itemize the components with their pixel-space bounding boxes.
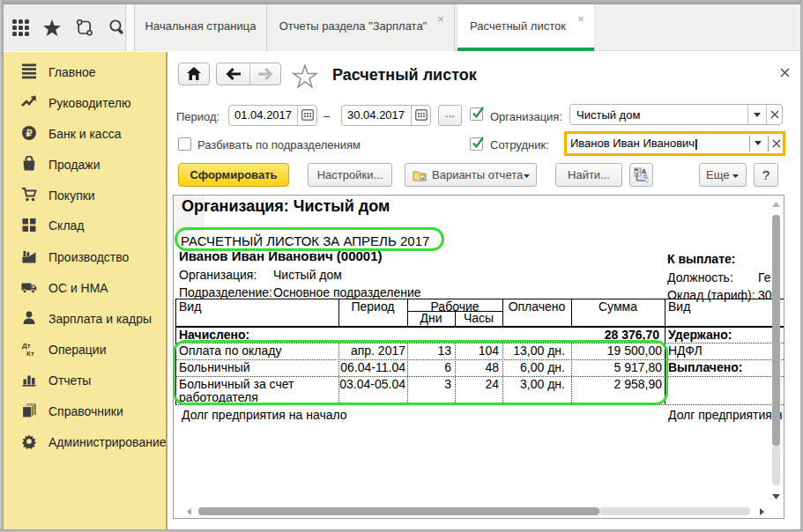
svg-text:Кт: Кт [26, 350, 34, 358]
svg-text:₽: ₽ [26, 128, 33, 138]
svg-text:C: C [644, 176, 649, 183]
